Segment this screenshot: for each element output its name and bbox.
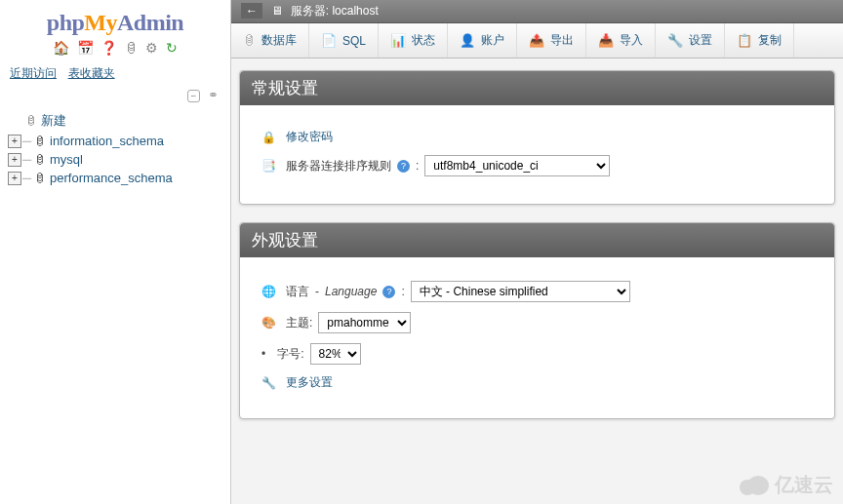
panel-appearance: 外观设置 🌐 语言 - Language ?: 中文 - Chinese sim… bbox=[239, 222, 835, 419]
tab-accounts[interactable]: 👤账户 bbox=[448, 23, 517, 58]
sidebar-tabs: 近期访问 表收藏夹 bbox=[0, 61, 230, 86]
row-collation: 📑 服务器连接排序规则 ?: utf8mb4_unicode_ci bbox=[261, 155, 813, 176]
watermark-text: 亿速云 bbox=[775, 472, 833, 498]
change-password-link[interactable]: 修改密码 bbox=[286, 129, 333, 145]
database-icon: 🛢 bbox=[34, 135, 46, 148]
theme-icon: 🎨 bbox=[261, 316, 276, 330]
home-icon[interactable]: 🏠 bbox=[53, 40, 69, 56]
tab-export[interactable]: 📤导出 bbox=[517, 23, 586, 58]
tree-expand-icon[interactable]: + bbox=[8, 153, 21, 167]
row-theme: 🎨 主题: pmahomme bbox=[261, 312, 813, 333]
tree-db-label: mysql bbox=[50, 152, 83, 167]
logo-part-php: php bbox=[47, 10, 85, 35]
tree-expand-icon[interactable]: + bbox=[8, 135, 21, 148]
tab-settings[interactable]: 🔧设置 bbox=[656, 23, 725, 58]
tab-status[interactable]: 📊状态 bbox=[379, 23, 448, 58]
logo-part-my: My bbox=[84, 10, 117, 35]
tree-db-label: performance_schema bbox=[50, 171, 173, 185]
language-select[interactable]: 中文 - Chinese simplified bbox=[411, 281, 630, 302]
tree-db-item[interactable]: + ─ 🛢 performance_schema bbox=[8, 169, 222, 187]
sql-tab-icon: 📄 bbox=[321, 33, 337, 48]
panel-appearance-title: 外观设置 bbox=[240, 223, 834, 257]
bullet-icon: • bbox=[261, 347, 265, 361]
language-label-cn: 语言 bbox=[286, 284, 309, 300]
breadcrumb-server-label: 服务器: bbox=[291, 4, 329, 18]
logout-icon[interactable]: 📅 bbox=[77, 40, 94, 56]
tree-db-item[interactable]: + ─ 🛢 information_schema bbox=[8, 132, 222, 150]
accounts-icon: 👤 bbox=[460, 33, 475, 48]
tab-replication[interactable]: 📋复制 bbox=[725, 23, 794, 58]
top-tabs: 🛢数据库 📄SQL 📊状态 👤账户 📤导出 📥导入 🔧设置 📋复制 bbox=[231, 23, 843, 58]
tree-db-label: information_schema bbox=[50, 134, 164, 148]
docs-icon[interactable]: ❓ bbox=[100, 40, 117, 56]
db-icon: 🛢 bbox=[243, 33, 256, 48]
tab-recent[interactable]: 近期访问 bbox=[10, 66, 57, 80]
tree-new-label: 新建 bbox=[41, 112, 66, 130]
theme-label: 主题: bbox=[286, 315, 312, 331]
reload-icon[interactable]: ↻ bbox=[166, 40, 178, 56]
collapse-icon[interactable]: − bbox=[187, 90, 201, 102]
main-area: ← 🖥 服务器: localhost 🛢数据库 📄SQL 📊状态 👤账户 📤导出… bbox=[231, 0, 843, 504]
panel-general: 常规设置 🔒 修改密码 📑 服务器连接排序规则 ?: utf8mb4_unico… bbox=[239, 70, 835, 205]
tab-databases[interactable]: 🛢数据库 bbox=[231, 23, 309, 58]
breadcrumb-server-value: localhost bbox=[332, 4, 378, 18]
settings-icon: 🔧 bbox=[667, 33, 683, 48]
logo-part-admin: Admin bbox=[117, 10, 183, 35]
language-label-en: Language bbox=[325, 285, 377, 298]
tree-new[interactable]: 🛢 新建 bbox=[8, 110, 222, 132]
wrench-icon: 🔧 bbox=[261, 376, 276, 390]
lock-icon: 🔒 bbox=[261, 131, 276, 144]
logo-toolbar: 🏠 📅 ❓ 🛢 ⚙ ↻ bbox=[0, 40, 230, 61]
help-icon[interactable]: ? bbox=[397, 160, 410, 173]
link-icon[interactable]: ⚭ bbox=[208, 88, 219, 102]
cloud-icon bbox=[738, 475, 771, 496]
sql-icon[interactable]: 🛢 bbox=[125, 40, 139, 56]
settings-gear-icon[interactable]: ⚙ bbox=[145, 40, 158, 56]
server-icon: 🖥 bbox=[271, 4, 283, 18]
row-fontsize: • 字号: 82% bbox=[261, 343, 813, 365]
sidebar: phpMyAdmin 🏠 📅 ❓ 🛢 ⚙ ↻ 近期访问 表收藏夹 − ⚭ 🛢 新… bbox=[0, 0, 231, 504]
status-icon: 📊 bbox=[390, 33, 406, 48]
database-icon: 🛢 bbox=[34, 172, 46, 185]
import-icon: 📥 bbox=[598, 33, 614, 48]
sidebar-collapse: − ⚭ bbox=[0, 86, 230, 104]
collation-icon: 📑 bbox=[261, 159, 276, 173]
fontsize-select[interactable]: 82% bbox=[310, 343, 361, 365]
tab-sql[interactable]: 📄SQL bbox=[309, 23, 379, 58]
breadcrumb: ← 🖥 服务器: localhost bbox=[231, 0, 843, 23]
collation-label: 服务器连接排序规则 bbox=[286, 158, 391, 174]
help-icon[interactable]: ? bbox=[382, 286, 395, 298]
logo: phpMyAdmin bbox=[0, 0, 230, 40]
row-more-settings: 🔧 更多设置 bbox=[261, 374, 813, 391]
breadcrumb-back-icon[interactable]: ← bbox=[241, 3, 262, 19]
tree-db-item[interactable]: + ─ 🛢 mysql bbox=[8, 150, 222, 169]
replication-icon: 📋 bbox=[737, 33, 752, 48]
db-tree: 🛢 新建 + ─ 🛢 information_schema + ─ 🛢 mysq… bbox=[0, 104, 230, 193]
panel-general-title: 常规设置 bbox=[240, 71, 834, 105]
collation-select[interactable]: utf8mb4_unicode_ci bbox=[424, 155, 610, 176]
row-language: 🌐 语言 - Language ?: 中文 - Chinese simplifi… bbox=[261, 281, 813, 302]
language-icon: 🌐 bbox=[261, 285, 276, 298]
more-settings-link[interactable]: 更多设置 bbox=[286, 374, 333, 391]
database-icon: 🛢 bbox=[34, 153, 46, 167]
tab-import[interactable]: 📥导入 bbox=[586, 23, 656, 58]
watermark: 亿速云 bbox=[738, 472, 833, 498]
row-change-password: 🔒 修改密码 bbox=[261, 129, 813, 145]
fontsize-label: 字号: bbox=[277, 346, 303, 363]
export-icon: 📤 bbox=[529, 33, 544, 48]
tab-favorites[interactable]: 表收藏夹 bbox=[68, 66, 115, 80]
tree-expand-icon[interactable]: + bbox=[8, 172, 21, 185]
theme-select[interactable]: pmahomme bbox=[318, 312, 411, 333]
new-db-icon: 🛢 bbox=[25, 114, 37, 128]
content: 常规设置 🔒 修改密码 📑 服务器连接排序规则 ?: utf8mb4_unico… bbox=[231, 58, 843, 448]
